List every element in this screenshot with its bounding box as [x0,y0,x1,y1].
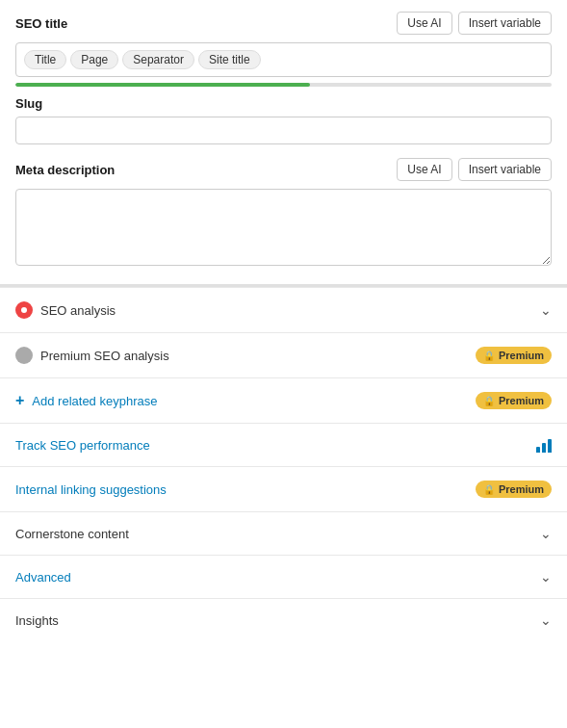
cornerstone-chevron: ⌄ [540,526,552,541]
seo-title-use-ai-button[interactable]: Use AI [397,12,451,35]
tag-separator: Separator [122,50,194,69]
track-seo-left: Track SEO performance [15,438,150,453]
meta-description-section: Meta description Use AI Insert variable [15,158,552,269]
premium-seo-analysis-row[interactable]: Premium SEO analysis 🔒 Premium [0,332,567,377]
seo-title-actions: Use AI Insert variable [397,12,552,35]
track-seo-label: Track SEO performance [15,438,150,453]
premium-seo-badge-label: Premium [499,350,544,361]
premium-seo-badge: 🔒 Premium [476,347,552,364]
meta-description-label: Meta description [15,163,115,177]
lock-icon-3: 🔒 [483,484,495,495]
insights-left: Insights [15,613,59,628]
track-seo-row[interactable]: Track SEO performance [0,423,567,466]
add-keyphrase-label: Add related keyphrase [32,394,157,408]
internal-linking-left: Internal linking suggestions [15,482,167,497]
bar-3 [548,439,552,453]
meta-description-actions: Use AI Insert variable [397,158,552,181]
progress-bar-fill [15,83,310,87]
seo-status-icon [15,301,33,319]
cornerstone-left: Cornerstone content [15,527,129,541]
seo-analysis-label: SEO analysis [40,303,116,318]
meta-description-input[interactable] [15,189,552,266]
insights-label: Insights [15,613,59,628]
seo-title-header: SEO title Use AI Insert variable [15,12,552,35]
seo-icon-dot [21,307,27,313]
insights-chevron: ⌄ [540,612,552,628]
tag-title: Title [24,50,66,69]
slug-label: Slug [15,96,552,111]
advanced-chevron: ⌄ [540,569,552,585]
add-keyphrase-left: + Add related keyphrase [15,393,157,408]
internal-linking-badge: 🔒 Premium [476,481,552,498]
gray-circle-icon [15,347,33,364]
tag-page: Page [70,50,118,69]
bar-2 [542,443,546,453]
seo-title-label: SEO title [15,16,67,31]
lock-icon: 🔒 [483,351,495,361]
internal-linking-row[interactable]: Internal linking suggestions 🔒 Premium [0,466,567,511]
advanced-left: Advanced [15,570,71,585]
premium-seo-left: Premium SEO analysis [15,347,169,364]
bottom-sections: SEO analysis ⌄ Premium SEO analysis 🔒 Pr… [0,287,567,641]
internal-linking-badge-label: Premium [499,483,544,495]
seo-analysis-left: SEO analysis [15,301,116,319]
meta-insert-variable-button[interactable]: Insert variable [458,158,552,181]
insights-row[interactable]: Insights ⌄ [0,598,567,641]
slug-input[interactable] [15,117,552,144]
meta-use-ai-button[interactable]: Use AI [397,158,451,181]
meta-description-header: Meta description Use AI Insert variable [15,158,552,181]
tag-site-title: Site title [198,50,261,69]
advanced-row[interactable]: Advanced ⌄ [0,555,567,598]
seo-title-progress-bar [15,83,552,87]
bar-chart-icon [536,437,552,453]
internal-linking-label: Internal linking suggestions [15,482,167,497]
cornerstone-content-row[interactable]: Cornerstone content ⌄ [0,511,567,555]
seo-title-tag-input[interactable]: Title Page Separator Site title [15,42,552,77]
bar-1 [536,447,540,453]
slug-section: Slug [15,96,552,144]
add-keyphrase-badge-label: Premium [499,395,544,406]
seo-title-insert-variable-button[interactable]: Insert variable [458,12,552,35]
add-related-keyphrase-row[interactable]: + Add related keyphrase 🔒 Premium [0,377,567,423]
seo-analysis-chevron: ⌄ [540,302,552,318]
advanced-label: Advanced [15,570,71,585]
lock-icon-2: 🔒 [483,396,495,406]
add-keyphrase-badge: 🔒 Premium [476,392,552,409]
plus-icon: + [15,393,24,408]
seo-analysis-row[interactable]: SEO analysis ⌄ [0,287,567,332]
premium-seo-label: Premium SEO analysis [40,349,169,363]
cornerstone-label: Cornerstone content [15,527,129,541]
